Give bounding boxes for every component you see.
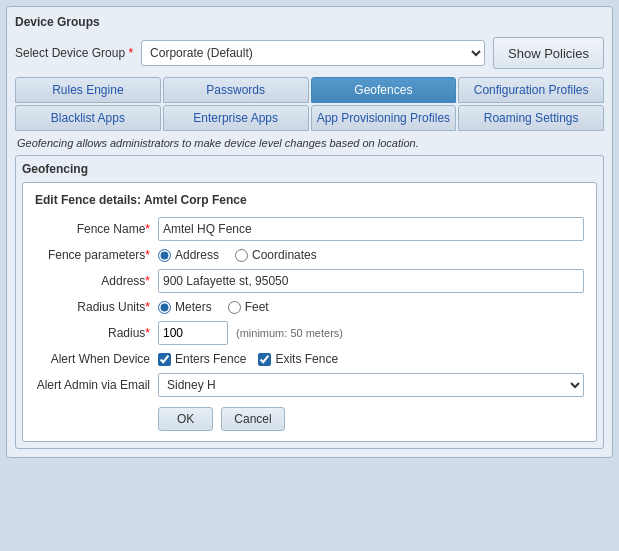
- meters-radio[interactable]: [158, 301, 171, 314]
- alert-when-device-row: Alert When Device Enters Fence Exits Fen…: [35, 352, 584, 366]
- alert-email-select[interactable]: Sidney H: [158, 373, 584, 397]
- radius-row: Radius* (minimum: 50 meters): [35, 321, 584, 345]
- tab-roaming-settings[interactable]: Roaming Settings: [458, 105, 604, 131]
- address-input[interactable]: [158, 269, 584, 293]
- edit-fence-panel: Edit Fence details: Amtel Corp Fence Fen…: [22, 182, 597, 442]
- radius-hint: (minimum: 50 meters): [236, 327, 343, 339]
- coordinates-radio-option[interactable]: Coordinates: [235, 248, 317, 262]
- radius-units-label: Radius Units*: [35, 300, 150, 314]
- address-row: Address*: [35, 269, 584, 293]
- radius-input[interactable]: [158, 321, 228, 345]
- device-groups-panel: Device Groups Select Device Group * Corp…: [6, 6, 613, 458]
- ok-button[interactable]: OK: [158, 407, 213, 431]
- fence-name-input[interactable]: [158, 217, 584, 241]
- show-policies-button[interactable]: Show Policies: [493, 37, 604, 69]
- meters-radio-option[interactable]: Meters: [158, 300, 212, 314]
- geofencing-section: Geofencing Edit Fence details: Amtel Cor…: [15, 155, 604, 449]
- info-text: Geofencing allows administrators to make…: [17, 137, 602, 149]
- tab-rules-engine[interactable]: Rules Engine: [15, 77, 161, 103]
- tabs-row-1: Rules Engine Passwords Geofences Configu…: [15, 77, 604, 103]
- fence-params-radio-group: Address Coordinates: [158, 248, 584, 262]
- fence-params-label: Fence parameters*: [35, 248, 150, 262]
- fence-parameters-row: Fence parameters* Address Coordinates: [35, 248, 584, 262]
- radius-label: Radius*: [35, 326, 150, 340]
- alert-email-label: Alert Admin via Email: [35, 378, 150, 392]
- radius-units-radio-group: Meters Feet: [158, 300, 584, 314]
- address-radio-option[interactable]: Address: [158, 248, 219, 262]
- geofencing-section-title: Geofencing: [22, 162, 597, 176]
- alert-email-row: Alert Admin via Email Sidney H: [35, 373, 584, 397]
- top-row: Select Device Group * Corporate (Default…: [15, 37, 604, 69]
- device-group-select[interactable]: Corporate (Default): [141, 40, 485, 66]
- feet-radio[interactable]: [228, 301, 241, 314]
- tab-enterprise-apps[interactable]: Enterprise Apps: [163, 105, 309, 131]
- form-buttons: OK Cancel: [158, 407, 584, 431]
- enters-fence-checkbox[interactable]: [158, 353, 171, 366]
- address-label: Address*: [35, 274, 150, 288]
- outer-container: Device Groups Select Device Group * Corp…: [0, 0, 619, 551]
- select-device-label: Select Device Group *: [15, 46, 133, 60]
- edit-fence-title: Edit Fence details: Amtel Corp Fence: [35, 193, 584, 207]
- alert-checkbox-group: Enters Fence Exits Fence: [158, 352, 584, 366]
- tab-configuration-profiles[interactable]: Configuration Profiles: [458, 77, 604, 103]
- radius-input-group: (minimum: 50 meters): [158, 321, 343, 345]
- tabs-row-2: Blacklist Apps Enterprise Apps App Provi…: [15, 105, 604, 131]
- tab-geofences[interactable]: Geofences: [311, 77, 457, 103]
- tab-app-provisioning[interactable]: App Provisioning Profiles: [311, 105, 457, 131]
- feet-radio-option[interactable]: Feet: [228, 300, 269, 314]
- exits-fence-option[interactable]: Exits Fence: [258, 352, 338, 366]
- panel-title: Device Groups: [15, 15, 604, 29]
- radius-units-row: Radius Units* Meters Feet: [35, 300, 584, 314]
- coordinates-radio[interactable]: [235, 249, 248, 262]
- enters-fence-option[interactable]: Enters Fence: [158, 352, 246, 366]
- cancel-button[interactable]: Cancel: [221, 407, 284, 431]
- tab-passwords[interactable]: Passwords: [163, 77, 309, 103]
- exits-fence-checkbox[interactable]: [258, 353, 271, 366]
- alert-when-label: Alert When Device: [35, 352, 150, 366]
- fence-name-row: Fence Name*: [35, 217, 584, 241]
- fence-name-label: Fence Name*: [35, 222, 150, 236]
- tab-blacklist-apps[interactable]: Blacklist Apps: [15, 105, 161, 131]
- address-radio[interactable]: [158, 249, 171, 262]
